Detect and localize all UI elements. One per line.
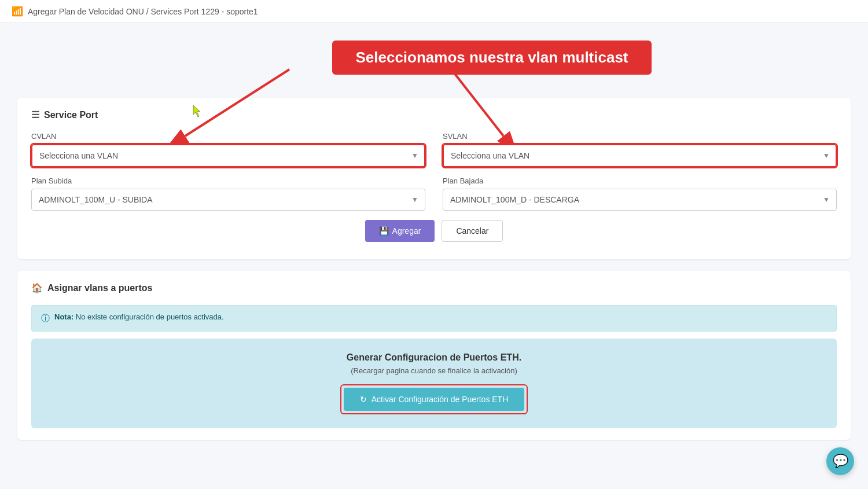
cvlan-select[interactable]: Selecciona una VLAN (31, 144, 425, 167)
service-port-card: ☰ Service Port CVLAN Selecciona una VLAN… (17, 98, 851, 259)
plan-subida-select-wrapper[interactable]: ADMINOLT_100M_U - SUBIDA ▼ (31, 189, 425, 211)
plan-bajada-select-wrapper[interactable]: ADMINOLT_100M_D - DESCARGA ▼ (443, 189, 837, 211)
vlan-row: CVLAN Selecciona una VLAN ▼ SVLAN Selecc… (31, 132, 837, 167)
plan-bajada-label: Plan Bajada (443, 177, 837, 185)
cvlan-select-wrapper[interactable]: Selecciona una VLAN ▼ (31, 144, 425, 167)
cvlan-group: CVLAN Selecciona una VLAN ▼ (31, 132, 425, 167)
breadcrumb-text: Agregar Plan de Velocidad ONU / Services… (28, 7, 258, 16)
service-port-title: ☰ Service Port (31, 109, 837, 120)
info-nota-box: ⓘ Nota: No existe configuración de puert… (31, 305, 837, 332)
eth-config-subtitle: (Recargar pagina cuando se finalice la a… (45, 366, 823, 375)
cvlan-label: CVLAN (31, 132, 425, 141)
activar-eth-button[interactable]: ↻ Activar Configuración de Puertos ETH (344, 388, 525, 411)
svlan-select[interactable]: Selecciona una VLAN (443, 144, 837, 167)
asignar-vlans-title: 🏠 Asignar vlans a puertos (31, 282, 837, 293)
svlan-label: SVLAN (443, 132, 837, 141)
refresh-icon: ↻ (360, 395, 367, 404)
wifi-icon: 📶 (12, 6, 23, 17)
asignar-vlans-card: 🏠 Asignar vlans a puertos ⓘ Nota: No exi… (17, 271, 851, 440)
plan-bajada-group: Plan Bajada ADMINOLT_100M_D - DESCARGA ▼ (443, 177, 837, 211)
server-icon: ☰ (31, 109, 39, 120)
form-buttons: 💾 Agregar Cancelar (31, 220, 837, 242)
nota-label: Nota: (54, 312, 73, 321)
btn-activar-container: ↻ Activar Configuración de Puertos ETH (45, 384, 823, 414)
plan-subida-select[interactable]: ADMINOLT_100M_U - SUBIDA (31, 189, 425, 211)
plan-subida-group: Plan Subida ADMINOLT_100M_U - SUBIDA ▼ (31, 177, 425, 211)
eth-config-title: Generar Configuracion de Puertos ETH. (45, 352, 823, 363)
building-icon: 🏠 (31, 282, 43, 293)
plan-row: Plan Subida ADMINOLT_100M_U - SUBIDA ▼ P… (31, 177, 837, 211)
svlan-select-wrapper[interactable]: Selecciona una VLAN ▼ (443, 144, 837, 167)
plan-subida-label: Plan Subida (31, 177, 425, 185)
plan-bajada-select[interactable]: ADMINOLT_100M_D - DESCARGA (443, 189, 837, 211)
cancelar-button[interactable]: Cancelar (442, 220, 503, 242)
annotation-top-banner: Seleccionamos nuestra vlan multicast (332, 41, 651, 75)
nota-text: No existe configuración de puertos activ… (76, 312, 224, 321)
eth-config-box: Generar Configuracion de Puertos ETH. (R… (31, 339, 837, 428)
breadcrumb-bar: 📶 Agregar Plan de Velocidad ONU / Servic… (0, 0, 868, 23)
info-icon: ⓘ (41, 313, 50, 324)
save-icon: 💾 (379, 226, 389, 236)
btn-activar-red-border: ↻ Activar Configuración de Puertos ETH (340, 384, 528, 414)
svlan-group: SVLAN Selecciona una VLAN ▼ (443, 132, 837, 167)
agregar-button[interactable]: 💾 Agregar (365, 220, 435, 242)
